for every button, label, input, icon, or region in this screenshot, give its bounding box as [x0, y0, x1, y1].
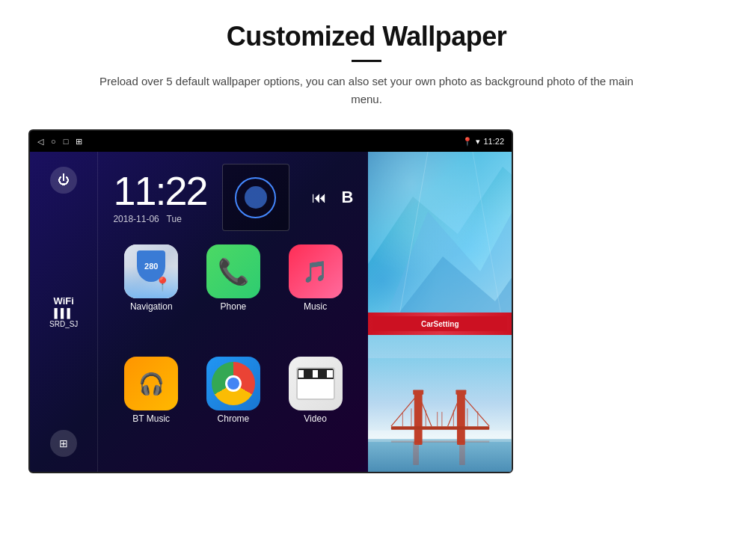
- app-grid: 280 📍 Navigation 📞 Phone: [98, 239, 368, 472]
- chrome-label: Chrome: [218, 413, 250, 424]
- app-navigation[interactable]: 280 📍 Navigation: [113, 244, 189, 351]
- screenshot-icon[interactable]: ⊞: [76, 137, 82, 147]
- clock-day-value: Tue: [167, 214, 182, 224]
- svg-rect-16: [456, 390, 467, 395]
- bt-music-label: BT Music: [132, 413, 170, 424]
- app-music[interactable]: 🎵 Music: [277, 244, 354, 351]
- wifi-info: WiFi ▌▌▌ SRD_SJ: [49, 295, 78, 328]
- page-header: Customized Wallpaper Preload over 5 defa…: [0, 0, 733, 122]
- status-bar: ◁ ○ □ ⊞ 📍 ▾ 11:22: [30, 131, 512, 152]
- video-label: Video: [304, 413, 326, 424]
- radio-inner: [245, 186, 267, 209]
- nav-icon-inner: 280 📍: [124, 244, 178, 298]
- clock-area: 11:22 2018-11-06 Tue ⏮ B: [98, 152, 368, 239]
- prev-track-button[interactable]: ⏮: [312, 189, 327, 206]
- svg-rect-25: [414, 442, 420, 465]
- music-icon: 🎵: [289, 244, 343, 298]
- wifi-bars-icon: ▌▌▌: [49, 308, 78, 319]
- radio-icon: [235, 177, 276, 218]
- svg-rect-27: [391, 440, 489, 442]
- video-icon: [289, 357, 343, 410]
- clapperboard: [296, 367, 335, 400]
- android-device: ◁ ○ □ ⊞ 📍 ▾ 11:22 ⏻ WiFi ▌▌▌ SRD_SJ: [28, 129, 513, 473]
- carsetting-label: CarSetting: [421, 320, 459, 328]
- next-letter-button[interactable]: B: [342, 188, 354, 207]
- svg-rect-26: [459, 442, 465, 465]
- content-area: ◁ ○ □ ⊞ 📍 ▾ 11:22 ⏻ WiFi ▌▌▌ SRD_SJ: [0, 129, 733, 473]
- status-right-icons: 📍 ▾ 11:22: [462, 137, 504, 147]
- navigation-icon: 280 📍: [124, 244, 178, 298]
- clapper-top: [298, 369, 334, 379]
- clapper-stripe-2: [313, 370, 319, 378]
- bt-music-icon: 🎧: [124, 357, 178, 410]
- music-label: Music: [304, 301, 327, 312]
- clock-date: 2018-11-06 Tue: [113, 214, 206, 224]
- clapper-stripe-3: [327, 370, 333, 378]
- ice-svg: [368, 152, 512, 313]
- app-bt-music[interactable]: 🎧 BT Music: [113, 357, 189, 463]
- title-divider: [352, 60, 381, 62]
- screen-body: ⏻ WiFi ▌▌▌ SRD_SJ ⊞ 11:22 2018-11-06: [30, 152, 512, 472]
- status-time: 11:22: [483, 137, 504, 146]
- center-content: 11:22 2018-11-06 Tue ⏮ B: [98, 152, 368, 472]
- svg-rect-6: [368, 439, 512, 473]
- wallpaper-bridge[interactable]: [368, 335, 512, 473]
- navigation-label: Navigation: [130, 301, 173, 312]
- wifi-icon: ▾: [476, 137, 480, 147]
- phone-icon: 📞: [206, 244, 260, 298]
- app-video[interactable]: Video: [277, 357, 354, 463]
- home-icon[interactable]: ○: [51, 137, 56, 146]
- svg-rect-10: [391, 426, 489, 430]
- left-sidebar: ⏻ WiFi ▌▌▌ SRD_SJ ⊞: [30, 152, 98, 472]
- wifi-label: WiFi: [49, 295, 78, 307]
- svg-rect-15: [414, 390, 424, 395]
- car-shape: CarSetting: [372, 316, 507, 331]
- wallpaper-ice[interactable]: [368, 152, 512, 313]
- clapper-stripe-1: [298, 370, 304, 378]
- car-strip: CarSetting: [368, 313, 512, 335]
- svg-rect-7: [368, 431, 512, 442]
- wifi-ssid: SRD_SJ: [49, 320, 78, 328]
- location-icon: 📍: [462, 137, 473, 147]
- chrome-icon: [206, 357, 260, 410]
- apps-button[interactable]: ⊞: [50, 430, 77, 457]
- app-chrome[interactable]: Chrome: [195, 357, 272, 463]
- ice-texture: [368, 152, 512, 313]
- clock-time: 11:22: [113, 170, 206, 211]
- app-phone[interactable]: 📞 Phone: [195, 244, 272, 351]
- phone-label: Phone: [221, 301, 247, 312]
- clapper-body: [298, 379, 334, 399]
- page-subtitle: Preload over 5 default wallpaper options…: [97, 73, 636, 108]
- bridge-svg: [368, 335, 512, 473]
- recent-icon[interactable]: □: [64, 137, 69, 146]
- clock-section: 11:22 2018-11-06 Tue: [113, 170, 206, 224]
- clock-date-value: 2018-11-06: [113, 214, 159, 224]
- nav-pin-icon: 📍: [154, 276, 171, 292]
- page-title: Customized Wallpaper: [45, 21, 688, 52]
- power-button[interactable]: ⏻: [50, 167, 77, 194]
- media-controls: ⏮ B: [312, 188, 354, 207]
- wallpaper-panels: CarSetting: [368, 152, 512, 473]
- status-nav-icons: ◁ ○ □ ⊞: [37, 137, 82, 147]
- back-icon[interactable]: ◁: [37, 137, 43, 147]
- radio-widget[interactable]: [222, 164, 289, 231]
